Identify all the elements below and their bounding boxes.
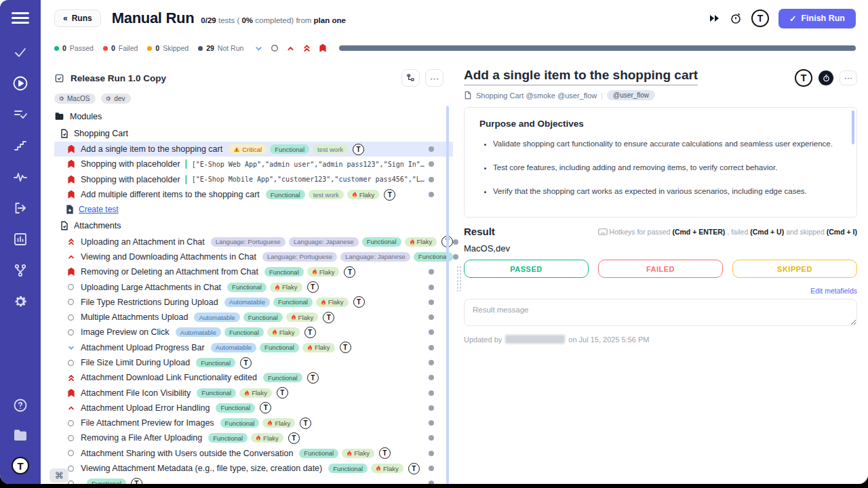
test-row[interactable]: File Attachment Preview for ImagesFuncti… — [54, 415, 453, 430]
tree-sub-row[interactable]: Shopping Cart — [54, 125, 453, 142]
t-logo[interactable]: T — [131, 478, 142, 484]
row-status-dot[interactable] — [429, 269, 434, 274]
row-status-dot[interactable] — [429, 420, 434, 426]
row-status-dot[interactable] — [429, 390, 434, 396]
test-row[interactable]: Add a single item to the shopping cartCr… — [54, 142, 453, 157]
t-logo[interactable]: T — [408, 463, 420, 474]
test-row[interactable]: Multiple Attachments UploadAutomatableFu… — [54, 310, 453, 325]
failed-button[interactable]: FAILED — [598, 260, 723, 278]
run-tag[interactable]: MacOS — [54, 94, 96, 104]
chevron-down-icon[interactable] — [254, 44, 263, 53]
row-status-dot[interactable] — [429, 300, 434, 305]
row-status-dot[interactable] — [429, 345, 434, 350]
circle-icon[interactable] — [271, 44, 279, 52]
gear-icon[interactable] — [12, 293, 28, 310]
t-logo[interactable]: T — [323, 312, 334, 323]
t-logo[interactable]: T — [353, 296, 365, 308]
play-circle-icon[interactable] — [12, 75, 28, 92]
t-logo[interactable]: T — [12, 457, 29, 474]
chevron-up-icon[interactable] — [286, 44, 295, 53]
description-scrollbar[interactable] — [852, 110, 854, 144]
row-status-dot[interactable] — [429, 466, 434, 471]
t-logo[interactable]: T — [384, 189, 395, 201]
row-status-dot[interactable] — [429, 177, 434, 182]
t-logo[interactable]: T — [795, 69, 812, 87]
hotkeys-button[interactable]: ⌘ — [50, 468, 68, 483]
test-row[interactable]: Add multiple different items to the shop… — [54, 187, 453, 202]
t-logo[interactable]: T — [288, 432, 300, 444]
drag-handle-icon[interactable] — [456, 266, 461, 291]
skipped-button[interactable]: SKIPPED — [732, 260, 857, 278]
row-status-dot[interactable] — [429, 329, 434, 335]
test-row[interactable]: FunctionalT — [54, 476, 453, 484]
row-status-dot[interactable] — [429, 451, 434, 456]
t-logo[interactable]: T — [304, 327, 316, 338]
test-row[interactable]: Attachment Upload Error HandlingFunction… — [54, 401, 453, 415]
back-to-runs-button[interactable]: « Runs — [54, 9, 101, 27]
help-icon[interactable] — [12, 397, 28, 413]
more-button[interactable]: ··· — [840, 70, 857, 85]
test-row[interactable]: Attachment Sharing with Users outside th… — [54, 446, 453, 461]
test-row[interactable]: Uploading an Attachment in ChatLanguage:… — [54, 234, 453, 249]
test-row[interactable]: File Type Restrictions During UploadAuto… — [54, 295, 453, 310]
test-row[interactable]: Attachment File Icon VisibilityFunctiona… — [54, 385, 453, 400]
check-icon[interactable] — [12, 44, 28, 60]
row-status-dot[interactable] — [429, 192, 434, 197]
edit-metafields-link[interactable]: Edit metafields — [810, 287, 857, 295]
t-logo[interactable]: T — [353, 144, 364, 155]
pulse-icon[interactable] — [12, 169, 28, 185]
row-status-dot[interactable] — [429, 314, 434, 320]
test-row[interactable]: Removing or Deleting an Attachment from … — [54, 264, 453, 279]
row-status-dot[interactable] — [429, 481, 434, 484]
row-status-dot[interactable] — [429, 285, 434, 290]
menu-icon[interactable] — [12, 12, 29, 24]
test-row[interactable]: Shopping with placeholder["E-Shop Web Ap… — [54, 157, 453, 171]
tree-view-button[interactable] — [401, 69, 420, 87]
test-row[interactable]: Image Preview on ClickAutomatableFunctio… — [54, 325, 453, 340]
row-status-dot[interactable] — [429, 375, 434, 380]
t-logo[interactable]: T — [340, 342, 351, 353]
t-logo[interactable]: T — [240, 357, 252, 369]
test-row[interactable]: Attachment Upload Progress BarAutomatabl… — [54, 340, 453, 355]
test-row[interactable]: Viewing and Downloading Attachments in C… — [54, 249, 453, 264]
row-status-dot[interactable] — [429, 405, 434, 411]
more-button[interactable]: ··· — [425, 69, 443, 87]
test-row[interactable]: Viewing Attachment Metadata (e.g., file … — [54, 461, 453, 476]
tree-group-row[interactable]: Modules — [54, 108, 453, 125]
t-logo[interactable]: T — [307, 372, 319, 384]
create-test-link[interactable]: Create test — [79, 205, 119, 214]
tree-sub-row[interactable]: Attachments — [54, 217, 453, 234]
stopwatch-icon[interactable] — [730, 12, 742, 24]
t-logo[interactable]: T — [307, 281, 319, 293]
t-logo[interactable]: T — [260, 402, 271, 413]
row-status-dot[interactable] — [429, 146, 434, 152]
test-title[interactable]: Add a single item to the shopping cart — [464, 68, 698, 85]
sign-in-icon[interactable] — [12, 200, 28, 216]
tag-pill[interactable]: @user_flow — [607, 90, 655, 100]
row-status-dot[interactable] — [429, 161, 434, 167]
fast-forward-icon[interactable] — [709, 14, 720, 22]
folder-icon[interactable] — [12, 427, 28, 443]
bookmark-icon[interactable] — [319, 43, 327, 53]
branch-icon[interactable] — [12, 262, 28, 279]
row-status-dot[interactable] — [429, 435, 434, 441]
finish-run-button[interactable]: ✓ Finish Run — [778, 9, 856, 28]
t-logo[interactable]: T — [344, 266, 355, 278]
t-logo[interactable]: T — [751, 9, 769, 27]
tree-scrollbar[interactable] — [446, 106, 449, 484]
result-message-input[interactable] — [464, 299, 857, 326]
list-check-icon[interactable] — [12, 106, 28, 123]
test-row[interactable]: Removing a File After UploadingFunctiona… — [54, 430, 453, 445]
bar-chart-icon[interactable] — [12, 231, 28, 247]
test-row[interactable]: Attachment Download Link Functionality e… — [54, 370, 453, 385]
steps-icon[interactable] — [12, 138, 28, 154]
run-tag[interactable]: dev — [101, 94, 131, 104]
passed-button[interactable]: PASSED — [464, 260, 589, 278]
panel-divider[interactable] — [453, 62, 464, 484]
t-logo[interactable]: T — [300, 418, 311, 429]
timer-icon[interactable] — [818, 70, 833, 85]
row-status-dot[interactable] — [429, 360, 434, 365]
test-row[interactable]: File Size Limit During UploadFunctionalT — [54, 355, 453, 370]
double-chevron-up-icon[interactable] — [302, 43, 311, 53]
t-logo[interactable]: T — [379, 447, 391, 459]
